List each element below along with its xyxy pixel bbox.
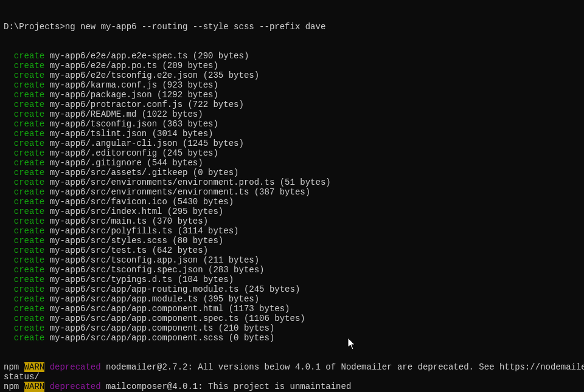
create-action: create [14, 100, 44, 109]
create-action: create [14, 255, 44, 265]
create-path: my-app6/karma.conf.js (923 bytes) [50, 80, 218, 90]
create-line: create my-app6/src/favicon.ico (5430 byt… [4, 197, 580, 207]
indent [4, 177, 14, 187]
indent [4, 197, 14, 207]
create-action: create [14, 236, 44, 246]
create-line: create my-app6/src/app/app-routing.modul… [4, 284, 580, 294]
create-action: create [14, 90, 44, 100]
create-action: create [14, 187, 44, 197]
indent [4, 216, 14, 226]
create-path: my-app6/tsconfig.json (363 bytes) [50, 119, 218, 129]
create-path: my-app6/src/main.ts (370 bytes) [50, 216, 208, 226]
indent [4, 187, 14, 197]
create-path: my-app6/src/environments/environment.ts … [50, 187, 310, 197]
create-path: my-app6/src/test.ts (642 bytes) [50, 246, 208, 255]
create-path: my-app6/src/typings.d.ts (104 bytes) [50, 275, 234, 284]
create-path: my-app6/src/tsconfig.spec.json (283 byte… [50, 265, 265, 275]
indent [4, 275, 14, 284]
create-path: my-app6/e2e/app.po.ts (209 bytes) [50, 61, 218, 70]
create-action: create [14, 265, 44, 275]
npm-label: npm [4, 382, 24, 391]
indent [4, 255, 14, 265]
create-path: my-app6/src/app/app.module.ts (395 bytes… [50, 294, 259, 304]
terminal-output[interactable]: D:\Projects>ng new my-app6 --routing --s… [0, 0, 584, 392]
create-line: create my-app6/src/environments/environm… [4, 187, 580, 197]
create-path: my-app6/src/app/app.component.html (1173… [50, 304, 290, 314]
create-line: create my-app6/src/app/app.module.ts (39… [4, 294, 580, 304]
create-line: create my-app6/e2e/tsconfig.e2e.json (23… [4, 70, 580, 80]
indent [4, 80, 14, 90]
create-line: create my-app6/src/assets/.gitkeep (0 by… [4, 168, 580, 177]
create-action: create [14, 226, 44, 236]
indent [4, 236, 14, 246]
create-action: create [14, 109, 44, 119]
create-line: create my-app6/src/polyfills.ts (3114 by… [4, 226, 580, 236]
create-action: create [14, 148, 44, 158]
create-line: create my-app6/src/tsconfig.app.json (21… [4, 255, 580, 265]
create-action: create [14, 119, 44, 129]
create-line: create my-app6/.editorconfig (245 bytes) [4, 148, 580, 158]
create-action: create [14, 246, 44, 255]
warn-message: mailcomposer@4.0.1: This project is unma… [101, 382, 352, 391]
indent [4, 148, 14, 158]
warn-kind: deprecated [50, 382, 101, 391]
indent [4, 109, 14, 119]
create-path: my-app6/src/app/app.component.scss (0 by… [50, 333, 275, 343]
create-line: create my-app6/src/tsconfig.spec.json (2… [4, 265, 580, 275]
warn-badge: WARN [24, 362, 45, 372]
create-action: create [14, 197, 44, 207]
indent [4, 304, 14, 314]
create-path: my-app6/src/app/app.component.ts (210 by… [50, 323, 275, 333]
create-action: create [14, 70, 44, 80]
indent [4, 294, 14, 304]
create-line: create my-app6/src/main.ts (370 bytes) [4, 216, 580, 226]
indent [4, 119, 14, 129]
create-action: create [14, 177, 44, 187]
indent [4, 100, 14, 109]
warn-badge: WARN [24, 382, 45, 391]
create-action: create [14, 158, 44, 168]
create-line: create my-app6/src/app/app.component.ts … [4, 323, 580, 333]
create-action: create [14, 139, 44, 148]
create-action: create [14, 323, 44, 333]
warn-message: nodemailer@2.7.2: All versions below 4.0… [101, 362, 584, 372]
create-line: create my-app6/protractor.conf.js (722 b… [4, 100, 580, 109]
indent [4, 323, 14, 333]
indent [4, 70, 14, 80]
create-path: my-app6/src/app/app.component.spec.ts (1… [50, 314, 305, 323]
create-path: my-app6/src/environments/environment.pro… [50, 177, 331, 187]
create-line: create my-app6/package.json (1292 bytes) [4, 90, 580, 100]
indent [4, 226, 14, 236]
create-path: my-app6/e2e/app.e2e-spec.ts (290 bytes) [50, 51, 249, 61]
create-path: my-app6/src/assets/.gitkeep (0 bytes) [50, 168, 239, 177]
create-line: create my-app6/README.md (1022 bytes) [4, 109, 580, 119]
indent [4, 333, 14, 343]
create-path: my-app6/.editorconfig (245 bytes) [50, 148, 218, 158]
create-path: my-app6/src/styles.scss (80 bytes) [50, 236, 224, 246]
create-line: create my-app6/src/environments/environm… [4, 177, 580, 187]
create-action: create [14, 51, 44, 61]
create-line: create my-app6/src/app/app.component.scs… [4, 333, 580, 343]
indent [4, 51, 14, 61]
create-path: my-app6/src/tsconfig.app.json (211 bytes… [50, 255, 259, 265]
create-line: create my-app6/.angular-cli.json (1245 b… [4, 139, 580, 148]
npm-warn-wrap: status/ [4, 372, 580, 382]
create-line: create my-app6/e2e/app.po.ts (209 bytes) [4, 61, 580, 70]
create-path: my-app6/src/index.html (295 bytes) [50, 207, 224, 216]
create-path: my-app6/.angular-cli.json (1245 bytes) [50, 139, 244, 148]
create-line: create my-app6/src/index.html (295 bytes… [4, 207, 580, 216]
create-line: create my-app6/tslint.json (3014 bytes) [4, 129, 580, 139]
prompt-line: D:\Projects>ng new my-app6 --routing --s… [4, 22, 580, 32]
create-action: create [14, 284, 44, 294]
create-action: create [14, 275, 44, 284]
create-path: my-app6/src/polyfills.ts (3114 bytes) [50, 226, 239, 236]
indent [4, 284, 14, 294]
indent [4, 129, 14, 139]
indent [4, 207, 14, 216]
indent [4, 61, 14, 70]
create-line: create my-app6/src/styles.scss (80 bytes… [4, 236, 580, 246]
create-path: my-app6/package.json (1292 bytes) [50, 90, 218, 100]
create-action: create [14, 80, 44, 90]
npm-label: npm [4, 362, 24, 372]
create-path: my-app6/e2e/tsconfig.e2e.json (235 bytes… [50, 70, 259, 80]
